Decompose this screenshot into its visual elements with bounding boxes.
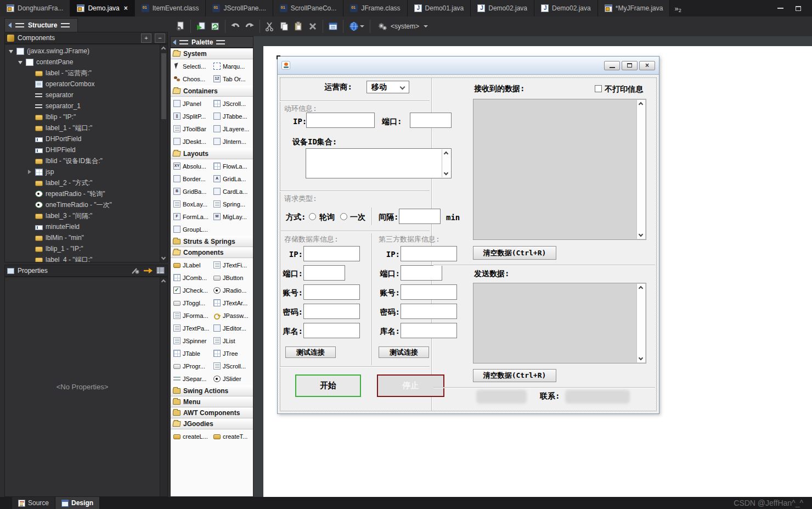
palette-item[interactable]: JEditor... — [212, 322, 252, 334]
editor-tab[interactable]: Demo02.java — [534, 0, 598, 16]
db2-group-label[interactable]: 第三方数据库信息: — [379, 234, 440, 244]
db1-password-field[interactable] — [303, 304, 360, 319]
dh-port-field[interactable] — [410, 113, 452, 128]
palette-item[interactable]: FlowLa... — [212, 160, 252, 172]
db1-account-label[interactable]: 账号: — [280, 288, 303, 298]
palette-item[interactable]: JProgr... — [172, 360, 212, 372]
tab-source[interactable]: Source — [12, 497, 55, 509]
device-ids-textarea[interactable] — [306, 148, 452, 178]
palette-category[interactable]: Swing Actions — [171, 385, 253, 396]
scroll-down-icon[interactable] — [161, 255, 166, 260]
show-advanced-properties-icon[interactable] — [156, 267, 165, 275]
tree-expander-icon[interactable] — [27, 169, 32, 175]
palette-item[interactable]: JIntern... — [212, 135, 252, 148]
scrollbar-thumb[interactable] — [161, 53, 166, 119]
textarea-scrollbar[interactable] — [636, 284, 645, 362]
mode-label[interactable]: 方式: — [286, 212, 306, 222]
palette-item[interactable]: CardLa... — [212, 185, 252, 198]
scroll-up-icon[interactable] — [161, 279, 166, 284]
palette-item[interactable]: JTextFi... — [212, 259, 252, 271]
repeat-radio-label[interactable]: 轮询 — [319, 212, 335, 222]
palette-item[interactable]: GroupL... — [172, 223, 212, 236]
palette-item[interactable]: JPanel — [172, 97, 212, 110]
device-ids-label[interactable]: 设备ID集合: — [292, 137, 337, 147]
design-frame[interactable]: × 运营商: 移动 动环信息: IP: 端口: — [277, 56, 659, 414]
tree-item[interactable]: lblid - "设备ID集合:" — [5, 155, 160, 166]
once-radio[interactable] — [340, 213, 347, 220]
palette-item[interactable]: JRadio... — [212, 284, 252, 297]
palette-category[interactable]: JGoodies — [171, 418, 253, 429]
redo-icon[interactable] — [243, 19, 257, 33]
db2-ip-label[interactable]: IP: — [377, 250, 400, 259]
jseparator[interactable] — [280, 191, 430, 191]
window-minimize-icon[interactable] — [777, 8, 783, 9]
scroll-up-icon[interactable] — [444, 152, 448, 156]
db2-port-label[interactable]: 端口: — [377, 269, 400, 279]
palette-item[interactable]: MigLay... — [212, 210, 252, 223]
locale-globe-button[interactable] — [346, 19, 367, 33]
tree-expander-icon[interactable] — [8, 48, 14, 54]
collapse-panel-icon[interactable] — [173, 40, 176, 45]
palette-item[interactable]: JTree — [212, 347, 252, 360]
tree-item[interactable]: jsp — [5, 166, 160, 177]
palette-item[interactable]: Choos... — [172, 72, 212, 85]
editor-tab[interactable]: DonghuanFra... — [0, 0, 70, 16]
tree-scrollbar[interactable] — [160, 44, 167, 262]
palette-category[interactable]: Containers — [171, 86, 253, 97]
palette-item[interactable]: JComb... — [172, 271, 212, 284]
palette-item[interactable]: JSplitP... — [172, 110, 212, 122]
close-icon[interactable]: × — [124, 4, 128, 12]
db2-test-button[interactable]: 测试连接 — [379, 346, 429, 358]
dh-ip-label[interactable]: IP: — [293, 117, 307, 126]
tab-design[interactable]: Design — [55, 497, 100, 509]
clear-received-button[interactable]: 清空数据(Ctrl+R) — [473, 246, 556, 260]
palette-item[interactable]: JToggl... — [172, 297, 212, 309]
palette-category[interactable]: System — [171, 48, 253, 59]
tree-item[interactable]: label_1 - "端口:" — [5, 122, 160, 133]
palette-category[interactable]: Menu — [171, 396, 253, 407]
palette-item[interactable]: Tab Or... — [212, 72, 252, 85]
scroll-down-icon[interactable] — [639, 356, 643, 360]
tab-overflow-indicator[interactable]: » 2 — [670, 0, 685, 16]
palette-item[interactable]: JLabel — [172, 259, 212, 271]
palette-item[interactable]: GridBa... — [172, 185, 212, 198]
received-textarea[interactable] — [473, 99, 646, 240]
goto-definition-icon[interactable] — [143, 267, 153, 275]
properties-scrollbar[interactable] — [160, 277, 167, 496]
jseparator[interactable] — [280, 100, 430, 101]
tree-item[interactable]: operatorCombox — [5, 79, 160, 90]
palette-item[interactable]: JTextPa... — [172, 322, 212, 334]
db1-test-button[interactable]: 测试连接 — [285, 346, 336, 358]
stop-button[interactable]: 停止 — [377, 374, 444, 397]
run-button[interactable] — [194, 19, 208, 33]
db1-ip-field[interactable] — [303, 246, 360, 261]
palette-category[interactable]: Components — [171, 247, 253, 258]
palette-item[interactable]: JScroll... — [212, 360, 252, 372]
palette-item[interactable]: JSpinner — [172, 334, 212, 347]
send-data-label[interactable]: 发送数据: — [474, 269, 509, 279]
tree-item[interactable]: lblMin - "min" — [5, 232, 160, 243]
tree-item[interactable]: DHIPField — [5, 144, 160, 155]
db1-ip-label[interactable]: IP: — [280, 250, 303, 259]
scroll-up-icon[interactable] — [639, 286, 643, 290]
palette-item[interactable]: JTextAr... — [212, 297, 252, 309]
cut-icon[interactable] — [263, 19, 277, 33]
tree-item[interactable]: repeatRadio - "轮询" — [5, 188, 160, 199]
no-print-checkbox[interactable] — [595, 85, 602, 92]
received-data-label[interactable]: 接收到的数据: — [474, 84, 525, 94]
clear-send-button[interactable]: 清空数据(Ctrl+R) — [473, 369, 556, 382]
palette-item[interactable]: JDeskt... — [172, 135, 212, 148]
tree-item[interactable]: label_4 - "端口:" — [5, 254, 160, 262]
palette-category[interactable]: Struts & Springs — [171, 236, 253, 247]
db2-account-field[interactable] — [401, 284, 457, 300]
tree-item[interactable]: label_2 - "方式:" — [5, 177, 160, 188]
db1-group-label[interactable]: 存储数据库信息: — [284, 234, 339, 244]
interval-field[interactable] — [399, 209, 441, 224]
paste-icon[interactable] — [291, 19, 306, 33]
tree-item[interactable]: separator_1 — [5, 100, 160, 111]
editor-tab[interactable]: JFrame.class — [343, 0, 407, 16]
operator-combobox[interactable]: 移动 — [366, 81, 409, 93]
tree-expander-icon[interactable] — [18, 59, 23, 65]
palette-item[interactable]: Marqu... — [212, 60, 252, 72]
structure-view-tab[interactable]: Structure — [4, 18, 78, 32]
